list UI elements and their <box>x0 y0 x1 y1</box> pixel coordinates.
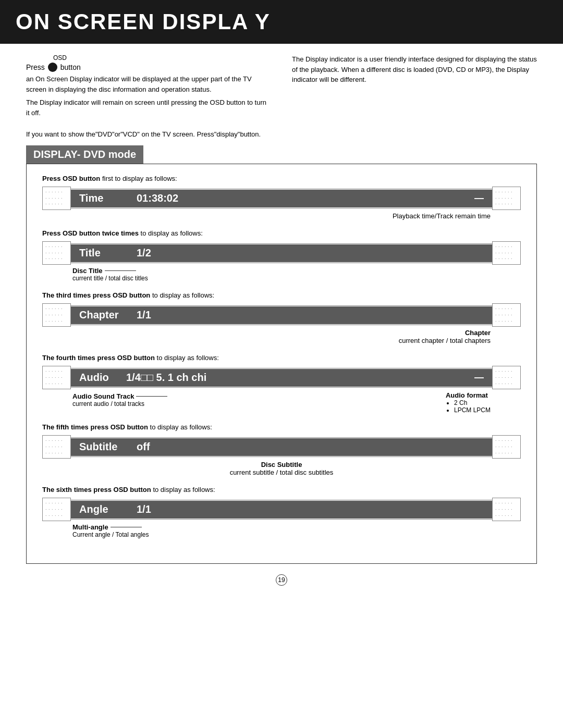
dotted-left-1: · · · · · ·· · · · · ·· · · · · · <box>42 187 71 210</box>
display-panel-subtitle: Subtitle off <box>71 437 492 457</box>
page-header: ON SCREEN DISPLA Y <box>0 0 563 44</box>
time-label: Time <box>79 192 137 204</box>
display-inner-angle: Angle 1/1 <box>71 501 492 519</box>
intro-left: OSD Press button an On Screen Display in… <box>26 54 271 121</box>
disc-title-sub: current title / total disc titles <box>72 275 521 282</box>
osd-block-second: Press OSD button twice times to display … <box>42 229 521 282</box>
chapter-annotation: Chapter current chapter / total chapters <box>42 329 491 344</box>
audio-format-item-1: 2 Ch <box>454 399 491 406</box>
section-heading: DISPLAY- DVD mode <box>26 145 143 164</box>
instruction-suffix-6: to display as follows: <box>153 486 215 493</box>
angle-value: 1/1 <box>137 503 151 515</box>
intro-text-1: an On Screen Display indicator will be d… <box>26 74 271 94</box>
osd-instruction-first: Press OSD button first to display as fol… <box>42 175 521 182</box>
chapter-main-label: Chapter <box>42 329 491 337</box>
display-row-audio: · · · · · ·· · · · · ·· · · · · · Audio … <box>42 366 521 389</box>
display-panel-angle: Angle 1/1 <box>71 500 492 520</box>
playback-time-text: Playback time/Track remain time <box>393 212 491 220</box>
display-panel-title: Title 1/2 <box>71 243 492 263</box>
intro-text-2: The Display indicator will remain on scr… <box>26 97 271 118</box>
dotted-right-4: · · · · · ·· · · · · ·· · · · · · <box>492 366 521 389</box>
title-value: 1/2 <box>137 247 151 259</box>
audio-format-list: 2 Ch LPCM LPCM <box>454 399 491 414</box>
display-inner-time: Time 01:38:02 — <box>71 190 492 207</box>
dotted-right-5: · · · · · ·· · · · · ·· · · · · · <box>492 435 521 459</box>
audio-format-title: Audio format <box>446 391 491 399</box>
display-inner-chapter: Chapter 1/1 <box>71 306 492 324</box>
chapter-label: Chapter <box>79 309 137 321</box>
audio-label: Audio <box>79 372 126 384</box>
display-row-title: · · · · · ·· · · · · ·· · · · · · Title … <box>42 241 521 265</box>
subtitle-value: off <box>137 441 150 453</box>
angle-annotation: Multi-angle Current angle / Total angles <box>72 523 521 538</box>
instruction-bold-4: The fourth times press OSD button <box>42 354 155 362</box>
audio-track-label: Audio Sound Track <box>72 392 167 400</box>
page-content: OSD Press button an On Screen Display in… <box>0 54 563 586</box>
osd-block-third: The third times press OSD button to disp… <box>42 291 521 344</box>
angle-label: Angle <box>79 503 137 515</box>
audio-left-annotation: Audio Sound Track current audio / total … <box>72 392 167 414</box>
arrow-right-1: — <box>474 193 484 204</box>
page-number-text: 19 <box>278 576 285 584</box>
audio-track-sub: current audio / total tracks <box>72 400 167 408</box>
instruction-suffix-2: to display as follows: <box>141 229 203 237</box>
audio-annotation-row: Audio Sound Track current audio / total … <box>42 391 521 414</box>
osd-instruction-fourth: The fourth times press OSD button to dis… <box>42 354 521 362</box>
multi-angle-label: Multi-angle <box>72 523 521 531</box>
title-label: Title <box>79 247 137 259</box>
audio-format-block: Audio format 2 Ch LPCM LPCM <box>446 391 491 414</box>
display-inner-audio: Audio 1/4□□ 5. 1 ch chi — <box>71 369 492 387</box>
osd-block-fourth: The fourth times press OSD button to dis… <box>42 354 521 414</box>
arrow-right-4: — <box>474 372 484 383</box>
dotted-left-5: · · · · · ·· · · · · ·· · · · · · <box>42 435 71 459</box>
instruction-suffix-3: to display as follows: <box>152 291 214 299</box>
instruction-suffix-5: to display as follows: <box>150 423 212 431</box>
instruction-suffix-1: first to display as follows: <box>102 175 177 182</box>
dotted-right-6: · · · · · ·· · · · · ·· · · · · · <box>492 498 521 521</box>
display-box: Press OSD button first to display as fol… <box>26 164 537 564</box>
intro-right: The Display indicator is a user friendly… <box>292 54 537 121</box>
display-row-subtitle: · · · · · ·· · · · · ·· · · · · · Subtit… <box>42 435 521 459</box>
display-row-time: · · · · · ·· · · · · ·· · · · · · Time 0… <box>42 187 521 210</box>
chapter-value: 1/1 <box>137 309 151 321</box>
instruction-bold-5: The fifth times press OSD button <box>42 423 148 431</box>
subtitle-label: Subtitle <box>79 441 137 453</box>
disc-subtitle-label: Disc Subtitle <box>42 461 521 468</box>
display-inner-subtitle: Subtitle off <box>71 438 492 456</box>
line-audio <box>136 396 167 397</box>
display-row-chapter: · · · · · ·· · · · · ·· · · · · · Chapte… <box>42 303 521 327</box>
press-line: Press button <box>26 63 271 72</box>
title-annotation: Disc Title current title / total disc ti… <box>72 267 521 282</box>
press-text: Press <box>26 63 45 71</box>
osd-instruction-third: The third times press OSD button to disp… <box>42 291 521 299</box>
dotted-left-4: · · · · · ·· · · · · ·· · · · · · <box>42 366 71 389</box>
audio-value: 1/4□□ 5. 1 ch chi <box>126 372 206 384</box>
dotted-left-2: · · · · · ·· · · · · ·· · · · · · <box>42 241 71 265</box>
display-panel-time: Time 01:38:02 — <box>71 189 492 208</box>
osd-block-first: Press OSD button first to display as fol… <box>42 175 521 220</box>
intro-section: OSD Press button an On Screen Display in… <box>26 54 537 121</box>
osd-button-icon <box>48 63 57 72</box>
instruction-suffix-4: to display as follows: <box>157 354 219 362</box>
dotted-right-3: · · · · · ·· · · · · ·· · · · · · <box>492 303 521 327</box>
display-panel-chapter: Chapter 1/1 <box>71 305 492 325</box>
dotted-right-2: · · · · · ·· · · · · ·· · · · · · <box>492 241 521 265</box>
page-circle: 19 <box>276 574 287 586</box>
disc-title-label: Disc Title <box>72 267 521 275</box>
instruction-bold-3: The third times press OSD button <box>42 291 150 299</box>
display-row-angle: · · · · · ·· · · · · ·· · · · · · Angle … <box>42 498 521 521</box>
multi-angle-sub: Current angle / Total angles <box>72 531 521 538</box>
display-panel-audio: Audio 1/4□□ 5. 1 ch chi — <box>71 368 492 388</box>
subtitle-annotation: Disc Subtitle current subtitle / total d… <box>42 461 521 476</box>
dotted-left-3: · · · · · ·· · · · · ·· · · · · · <box>42 303 71 327</box>
display-inner-title: Title 1/2 <box>71 244 492 262</box>
line-disc-title <box>105 270 136 271</box>
dotted-right-1: · · · · · ·· · · · · ·· · · · · · <box>492 187 521 210</box>
instruction-bold-1: Press OSD button <box>42 175 100 182</box>
page-number-section: 19 <box>26 574 537 586</box>
osd-label: OSD <box>53 54 271 61</box>
osd-block-fifth: The fifth times press OSD button to disp… <box>42 423 521 476</box>
instruction-bold-6: The sixth times press OSD button <box>42 486 151 493</box>
audio-format-item-2: LPCM LPCM <box>454 406 491 414</box>
osd-instruction-fifth: The fifth times press OSD button to disp… <box>42 423 521 431</box>
